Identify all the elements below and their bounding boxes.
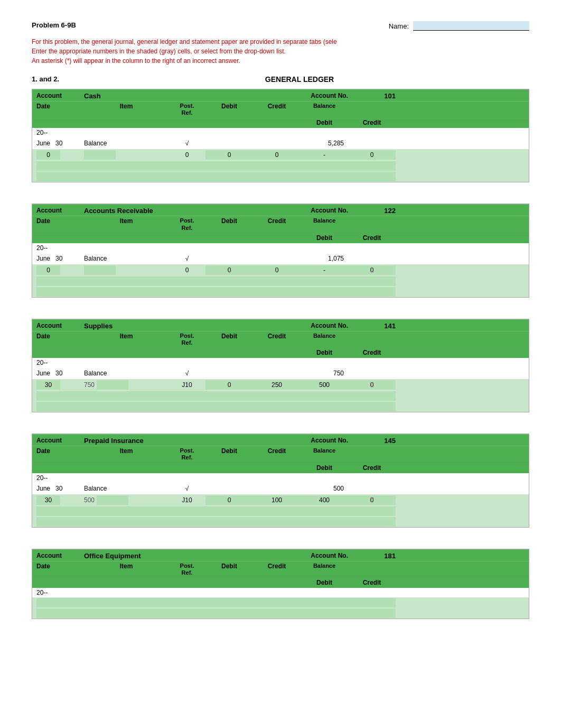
problem-title: Problem 6-9B bbox=[32, 21, 76, 29]
col-post-0: Post.Ref. bbox=[169, 103, 205, 116]
col-bal-credit-1: Credit bbox=[348, 234, 396, 242]
acct-no-label-1: Account No. bbox=[301, 207, 348, 215]
item-cell-2-0: Balance bbox=[84, 370, 169, 377]
acct-name-1: Accounts Receivable bbox=[84, 207, 169, 215]
col-item-0: Item bbox=[84, 103, 169, 116]
name-label: Name: bbox=[389, 22, 409, 30]
ledger-block-2: Account Supplies Account No. 141 Date It… bbox=[32, 319, 529, 412]
day-input-2-1[interactable] bbox=[36, 380, 60, 390]
extra-row-1-0 bbox=[32, 276, 529, 287]
postref-cell-1-1: 0 bbox=[169, 266, 205, 274]
col-debit-3: Debit bbox=[205, 447, 253, 461]
ledger-row-1-1: 0 bbox=[32, 264, 529, 276]
extra-row-3-1 bbox=[32, 517, 529, 527]
item-cell-0-0: Balance bbox=[84, 140, 169, 147]
postref-cell-3-1: J10 bbox=[169, 496, 205, 504]
acct-label-0: Account bbox=[36, 92, 84, 100]
date-cell-3-1 bbox=[36, 495, 84, 505]
ledger-block-0: Account Cash Account No. 101 Date Item P… bbox=[32, 89, 529, 182]
col-bal-credit-4: Credit bbox=[348, 579, 396, 586]
debit-cell-0-1 bbox=[205, 150, 253, 160]
acct-no-label-2: Account No. bbox=[301, 322, 348, 330]
col-bal-debit-1: Debit bbox=[301, 234, 348, 242]
acct-no-4: 181 bbox=[348, 552, 396, 560]
col-bal-debit-3: Debit bbox=[301, 464, 348, 472]
postref-cell-3-0: √ bbox=[169, 485, 205, 492]
year-2: 20-- bbox=[36, 359, 84, 366]
credit-cell-1-1 bbox=[253, 265, 301, 275]
name-input[interactable] bbox=[413, 21, 529, 31]
col-bal-label-3: Balance bbox=[301, 447, 348, 461]
credit-cell-0-1 bbox=[253, 150, 301, 160]
year-4: 20-- bbox=[36, 589, 84, 596]
item-cell-3-0: Balance bbox=[84, 485, 169, 492]
debit-cell-2-1 bbox=[205, 380, 253, 390]
acct-no-label-0: Account No. bbox=[301, 92, 348, 100]
col-bal-label-2: Balance bbox=[301, 333, 348, 346]
col-date-2: Date bbox=[36, 333, 84, 346]
item-input-3-1[interactable] bbox=[97, 495, 128, 505]
col-item-1: Item bbox=[84, 217, 169, 231]
acct-label-1: Account bbox=[36, 207, 84, 215]
col-bal-label-4: Balance bbox=[301, 563, 348, 576]
item-cell-1-1 bbox=[84, 265, 169, 275]
col-item-3: Item bbox=[84, 447, 169, 461]
acct-label-4: Account bbox=[36, 552, 84, 560]
acct-label-2: Account bbox=[36, 322, 84, 330]
extra-row-1-1 bbox=[32, 287, 529, 297]
acct-no-label-3: Account No. bbox=[301, 437, 348, 445]
item-input-0-1[interactable] bbox=[84, 150, 116, 160]
year-0: 20-- bbox=[36, 129, 84, 136]
item-cell-3-1: 500 bbox=[84, 495, 169, 505]
extra-row-0-1 bbox=[32, 171, 529, 182]
ledger-block-1: Account Accounts Receivable Account No. … bbox=[32, 204, 529, 297]
date-cell-3-0: June30 bbox=[36, 485, 84, 492]
col-bal-label-0: Balance bbox=[301, 103, 348, 116]
col-bal-credit-0: Credit bbox=[348, 119, 396, 126]
col-bal-debit-2: Debit bbox=[301, 349, 348, 356]
col-credit-2: Credit bbox=[253, 333, 301, 346]
item-cell-0-1 bbox=[84, 150, 169, 160]
day-input-0-1[interactable] bbox=[36, 150, 60, 160]
col-bal-credit-2: Credit bbox=[348, 349, 396, 356]
col-date-3: Date bbox=[36, 447, 84, 461]
bal-credit-cell-1-1 bbox=[348, 265, 396, 275]
extra-row-4-1 bbox=[32, 608, 529, 619]
bal-debit-cell-1-0: 1,075 bbox=[301, 255, 348, 262]
instruction-line-3: An asterisk (*) will appear in the colum… bbox=[32, 56, 529, 66]
col-post-2: Post.Ref. bbox=[169, 333, 205, 346]
extra-row-4-0 bbox=[32, 597, 529, 608]
col-credit-3: Credit bbox=[253, 447, 301, 461]
bal-debit-cell-3-0: 500 bbox=[301, 485, 348, 492]
acct-name-3: Prepaid Insurance bbox=[84, 437, 169, 445]
col-bal-label-1: Balance bbox=[301, 217, 348, 231]
credit-cell-2-1 bbox=[253, 380, 301, 390]
item-input-1-1[interactable] bbox=[84, 265, 116, 275]
bal-debit-cell-1-1 bbox=[301, 265, 348, 275]
day-input-3-1[interactable] bbox=[36, 495, 60, 505]
section-label: 1. and 2. bbox=[32, 75, 59, 84]
date-cell-2-0: June30 bbox=[36, 370, 84, 377]
section-title: GENERAL LEDGER bbox=[70, 75, 529, 84]
col-debit-2: Debit bbox=[205, 333, 253, 346]
bal-debit-cell-3-1 bbox=[301, 495, 348, 505]
acct-name-2: Supplies bbox=[84, 322, 169, 330]
col-item-2: Item bbox=[84, 333, 169, 346]
col-date-1: Date bbox=[36, 217, 84, 231]
instruction-line-1: For this problem, the general journal, g… bbox=[32, 37, 529, 47]
ledger-row-0-1: 0 bbox=[32, 149, 529, 161]
debit-cell-3-1 bbox=[205, 495, 253, 505]
bal-debit-cell-0-0: 5,285 bbox=[301, 140, 348, 147]
day-input-1-1[interactable] bbox=[36, 265, 60, 275]
year-3: 20-- bbox=[36, 474, 84, 482]
extra-row-3-0 bbox=[32, 506, 529, 517]
acct-no-3: 145 bbox=[348, 437, 396, 445]
col-date-4: Date bbox=[36, 563, 84, 576]
item-input-2-1[interactable] bbox=[97, 380, 128, 390]
acct-no-0: 101 bbox=[348, 92, 396, 100]
ledger-row-3-1: 500 J10 bbox=[32, 494, 529, 506]
extra-row-2-0 bbox=[32, 391, 529, 401]
year-1: 20-- bbox=[36, 244, 84, 252]
acct-label-3: Account bbox=[36, 437, 84, 445]
bal-debit-cell-2-0: 750 bbox=[301, 370, 348, 377]
